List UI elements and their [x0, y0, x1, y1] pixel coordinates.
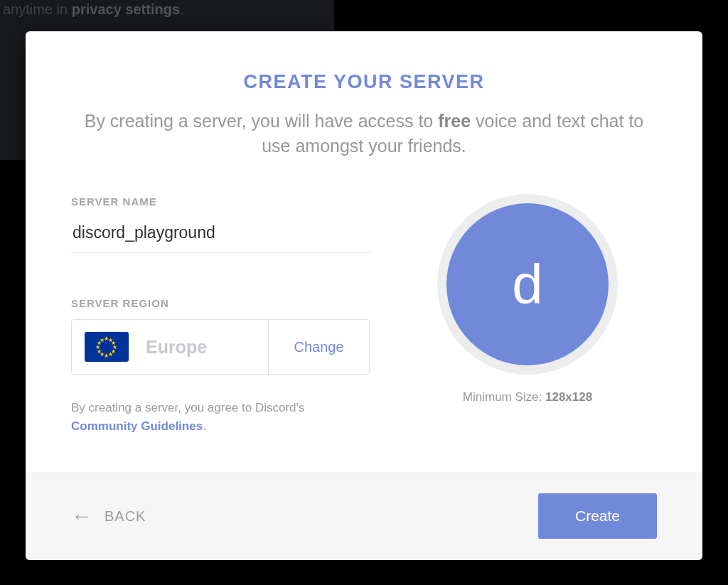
- create-server-modal: CREATE YOUR SERVER By creating a server,…: [26, 31, 702, 560]
- modal-title: CREATE YOUR SERVER: [71, 71, 657, 93]
- server-name-label: SERVER NAME: [71, 195, 398, 208]
- privacy-settings-link[interactable]: privacy settings: [72, 1, 180, 17]
- community-guidelines-link[interactable]: Community Guidelines: [71, 419, 203, 433]
- change-region-button[interactable]: Change: [268, 320, 369, 374]
- modal-footer: ← BACK Create: [26, 472, 702, 560]
- min-size-hint: Minimum Size: 128x128: [463, 390, 592, 404]
- server-icon-upload[interactable]: d: [437, 194, 618, 375]
- create-button[interactable]: Create: [538, 493, 657, 539]
- backdrop-text-post: .: [180, 1, 184, 17]
- region-current: ★★★★★★★★★★★★ Europe: [72, 320, 268, 374]
- region-name: Europe: [146, 337, 207, 358]
- terms-text: By creating a server, you agree to Disco…: [71, 399, 398, 435]
- modal-body: CREATE YOUR SERVER By creating a server,…: [26, 31, 702, 472]
- back-button[interactable]: ← BACK: [71, 505, 146, 527]
- server-region-label: SERVER REGION: [71, 297, 398, 309]
- min-size-value: 128x128: [545, 390, 592, 404]
- backdrop-text-pre: anytime in: [3, 1, 72, 17]
- server-region-section: SERVER REGION ★★★★★★★★★★★★ Europe Change: [71, 297, 398, 375]
- eu-flag-icon: ★★★★★★★★★★★★: [85, 332, 129, 362]
- arrow-left-icon: ←: [71, 505, 93, 527]
- terms-pre: By creating a server, you agree to Disco…: [71, 401, 304, 414]
- terms-post: .: [203, 419, 206, 433]
- modal-content: SERVER NAME SERVER REGION ★★★★★★★★★★★★ E…: [71, 195, 657, 435]
- subtitle-strong: free: [438, 111, 471, 131]
- left-column: SERVER NAME SERVER REGION ★★★★★★★★★★★★ E…: [71, 195, 398, 435]
- server-name-input[interactable]: [71, 208, 370, 253]
- min-size-pre: Minimum Size:: [463, 390, 545, 404]
- avatar-letter: d: [512, 252, 542, 317]
- modal-subtitle: By creating a server, you will have acce…: [71, 109, 657, 159]
- right-column: d Minimum Size: 128x128: [398, 195, 657, 435]
- back-label: BACK: [105, 508, 146, 525]
- avatar: d: [446, 203, 609, 365]
- server-region-box: ★★★★★★★★★★★★ Europe Change: [71, 319, 370, 375]
- subtitle-pre: By creating a server, you will have acce…: [85, 111, 438, 131]
